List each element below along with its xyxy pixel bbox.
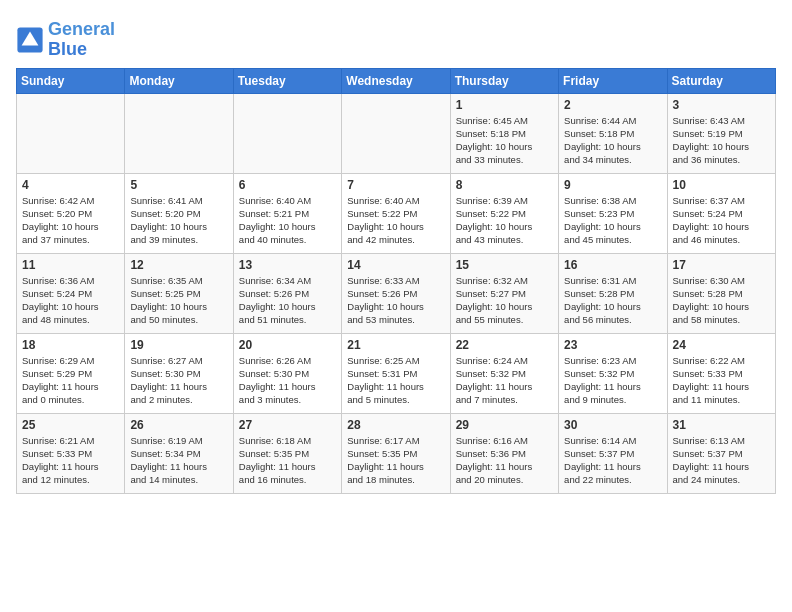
calendar-cell: 26Sunrise: 6:19 AM Sunset: 5:34 PM Dayli… — [125, 413, 233, 493]
calendar-cell: 28Sunrise: 6:17 AM Sunset: 5:35 PM Dayli… — [342, 413, 450, 493]
day-number: 14 — [347, 258, 444, 272]
day-info: Sunrise: 6:38 AM Sunset: 5:23 PM Dayligh… — [564, 194, 661, 247]
day-info: Sunrise: 6:24 AM Sunset: 5:32 PM Dayligh… — [456, 354, 553, 407]
day-number: 29 — [456, 418, 553, 432]
day-number: 28 — [347, 418, 444, 432]
calendar-cell — [342, 93, 450, 173]
day-number: 7 — [347, 178, 444, 192]
calendar-cell: 19Sunrise: 6:27 AM Sunset: 5:30 PM Dayli… — [125, 333, 233, 413]
day-number: 17 — [673, 258, 770, 272]
calendar-table: SundayMondayTuesdayWednesdayThursdayFrid… — [16, 68, 776, 494]
days-header-row: SundayMondayTuesdayWednesdayThursdayFrid… — [17, 68, 776, 93]
day-info: Sunrise: 6:18 AM Sunset: 5:35 PM Dayligh… — [239, 434, 336, 487]
calendar-cell: 3Sunrise: 6:43 AM Sunset: 5:19 PM Daylig… — [667, 93, 775, 173]
calendar-cell: 17Sunrise: 6:30 AM Sunset: 5:28 PM Dayli… — [667, 253, 775, 333]
calendar-cell: 11Sunrise: 6:36 AM Sunset: 5:24 PM Dayli… — [17, 253, 125, 333]
calendar-cell: 21Sunrise: 6:25 AM Sunset: 5:31 PM Dayli… — [342, 333, 450, 413]
day-info: Sunrise: 6:40 AM Sunset: 5:21 PM Dayligh… — [239, 194, 336, 247]
day-info: Sunrise: 6:21 AM Sunset: 5:33 PM Dayligh… — [22, 434, 119, 487]
week-row-5: 25Sunrise: 6:21 AM Sunset: 5:33 PM Dayli… — [17, 413, 776, 493]
day-info: Sunrise: 6:17 AM Sunset: 5:35 PM Dayligh… — [347, 434, 444, 487]
calendar-cell: 22Sunrise: 6:24 AM Sunset: 5:32 PM Dayli… — [450, 333, 558, 413]
calendar-cell: 5Sunrise: 6:41 AM Sunset: 5:20 PM Daylig… — [125, 173, 233, 253]
day-number: 20 — [239, 338, 336, 352]
day-number: 18 — [22, 338, 119, 352]
calendar-cell: 14Sunrise: 6:33 AM Sunset: 5:26 PM Dayli… — [342, 253, 450, 333]
day-number: 16 — [564, 258, 661, 272]
day-info: Sunrise: 6:25 AM Sunset: 5:31 PM Dayligh… — [347, 354, 444, 407]
day-number: 9 — [564, 178, 661, 192]
day-info: Sunrise: 6:26 AM Sunset: 5:30 PM Dayligh… — [239, 354, 336, 407]
day-header-wednesday: Wednesday — [342, 68, 450, 93]
logo-text: General Blue — [48, 20, 115, 60]
day-number: 6 — [239, 178, 336, 192]
calendar-cell: 6Sunrise: 6:40 AM Sunset: 5:21 PM Daylig… — [233, 173, 341, 253]
day-number: 3 — [673, 98, 770, 112]
day-header-sunday: Sunday — [17, 68, 125, 93]
calendar-cell: 8Sunrise: 6:39 AM Sunset: 5:22 PM Daylig… — [450, 173, 558, 253]
day-info: Sunrise: 6:31 AM Sunset: 5:28 PM Dayligh… — [564, 274, 661, 327]
day-header-saturday: Saturday — [667, 68, 775, 93]
day-info: Sunrise: 6:30 AM Sunset: 5:28 PM Dayligh… — [673, 274, 770, 327]
calendar-cell: 23Sunrise: 6:23 AM Sunset: 5:32 PM Dayli… — [559, 333, 667, 413]
day-number: 5 — [130, 178, 227, 192]
day-number: 27 — [239, 418, 336, 432]
day-number: 19 — [130, 338, 227, 352]
calendar-cell: 15Sunrise: 6:32 AM Sunset: 5:27 PM Dayli… — [450, 253, 558, 333]
calendar-cell: 4Sunrise: 6:42 AM Sunset: 5:20 PM Daylig… — [17, 173, 125, 253]
day-info: Sunrise: 6:41 AM Sunset: 5:20 PM Dayligh… — [130, 194, 227, 247]
week-row-3: 11Sunrise: 6:36 AM Sunset: 5:24 PM Dayli… — [17, 253, 776, 333]
day-info: Sunrise: 6:27 AM Sunset: 5:30 PM Dayligh… — [130, 354, 227, 407]
day-info: Sunrise: 6:14 AM Sunset: 5:37 PM Dayligh… — [564, 434, 661, 487]
logo-icon — [16, 26, 44, 54]
day-info: Sunrise: 6:16 AM Sunset: 5:36 PM Dayligh… — [456, 434, 553, 487]
day-info: Sunrise: 6:19 AM Sunset: 5:34 PM Dayligh… — [130, 434, 227, 487]
calendar-cell: 16Sunrise: 6:31 AM Sunset: 5:28 PM Dayli… — [559, 253, 667, 333]
week-row-4: 18Sunrise: 6:29 AM Sunset: 5:29 PM Dayli… — [17, 333, 776, 413]
calendar-cell: 25Sunrise: 6:21 AM Sunset: 5:33 PM Dayli… — [17, 413, 125, 493]
calendar-cell — [125, 93, 233, 173]
day-number: 8 — [456, 178, 553, 192]
day-info: Sunrise: 6:39 AM Sunset: 5:22 PM Dayligh… — [456, 194, 553, 247]
calendar-cell: 31Sunrise: 6:13 AM Sunset: 5:37 PM Dayli… — [667, 413, 775, 493]
day-info: Sunrise: 6:43 AM Sunset: 5:19 PM Dayligh… — [673, 114, 770, 167]
day-info: Sunrise: 6:42 AM Sunset: 5:20 PM Dayligh… — [22, 194, 119, 247]
calendar-cell: 27Sunrise: 6:18 AM Sunset: 5:35 PM Dayli… — [233, 413, 341, 493]
day-number: 15 — [456, 258, 553, 272]
day-number: 2 — [564, 98, 661, 112]
day-info: Sunrise: 6:45 AM Sunset: 5:18 PM Dayligh… — [456, 114, 553, 167]
calendar-cell: 9Sunrise: 6:38 AM Sunset: 5:23 PM Daylig… — [559, 173, 667, 253]
day-number: 10 — [673, 178, 770, 192]
calendar-cell: 20Sunrise: 6:26 AM Sunset: 5:30 PM Dayli… — [233, 333, 341, 413]
calendar-cell: 24Sunrise: 6:22 AM Sunset: 5:33 PM Dayli… — [667, 333, 775, 413]
calendar-cell — [17, 93, 125, 173]
day-info: Sunrise: 6:23 AM Sunset: 5:32 PM Dayligh… — [564, 354, 661, 407]
day-info: Sunrise: 6:35 AM Sunset: 5:25 PM Dayligh… — [130, 274, 227, 327]
day-number: 26 — [130, 418, 227, 432]
day-number: 4 — [22, 178, 119, 192]
calendar-cell: 2Sunrise: 6:44 AM Sunset: 5:18 PM Daylig… — [559, 93, 667, 173]
day-number: 24 — [673, 338, 770, 352]
logo: General Blue — [16, 20, 115, 60]
day-number: 12 — [130, 258, 227, 272]
day-info: Sunrise: 6:29 AM Sunset: 5:29 PM Dayligh… — [22, 354, 119, 407]
calendar-cell: 30Sunrise: 6:14 AM Sunset: 5:37 PM Dayli… — [559, 413, 667, 493]
day-number: 31 — [673, 418, 770, 432]
day-number: 25 — [22, 418, 119, 432]
header: General Blue — [16, 16, 776, 60]
day-info: Sunrise: 6:44 AM Sunset: 5:18 PM Dayligh… — [564, 114, 661, 167]
day-header-tuesday: Tuesday — [233, 68, 341, 93]
calendar-cell: 10Sunrise: 6:37 AM Sunset: 5:24 PM Dayli… — [667, 173, 775, 253]
day-info: Sunrise: 6:13 AM Sunset: 5:37 PM Dayligh… — [673, 434, 770, 487]
week-row-2: 4Sunrise: 6:42 AM Sunset: 5:20 PM Daylig… — [17, 173, 776, 253]
day-info: Sunrise: 6:34 AM Sunset: 5:26 PM Dayligh… — [239, 274, 336, 327]
day-header-friday: Friday — [559, 68, 667, 93]
week-row-1: 1Sunrise: 6:45 AM Sunset: 5:18 PM Daylig… — [17, 93, 776, 173]
day-info: Sunrise: 6:37 AM Sunset: 5:24 PM Dayligh… — [673, 194, 770, 247]
day-number: 21 — [347, 338, 444, 352]
calendar-cell: 12Sunrise: 6:35 AM Sunset: 5:25 PM Dayli… — [125, 253, 233, 333]
day-number: 23 — [564, 338, 661, 352]
day-info: Sunrise: 6:33 AM Sunset: 5:26 PM Dayligh… — [347, 274, 444, 327]
day-number: 30 — [564, 418, 661, 432]
day-number: 1 — [456, 98, 553, 112]
